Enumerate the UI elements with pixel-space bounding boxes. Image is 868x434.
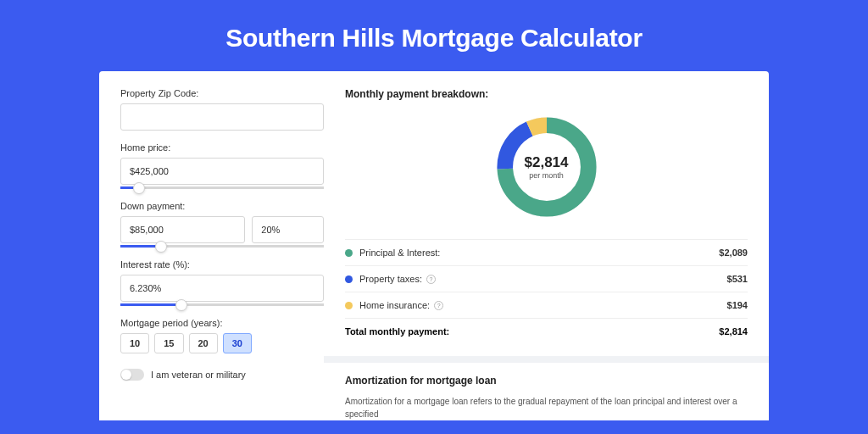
amortization-text: Amortization for a mortgage loan refers … <box>345 395 748 420</box>
breakdown-total: Total monthly payment: $2,814 <box>345 318 748 344</box>
period-button-15[interactable]: 15 <box>154 333 183 353</box>
interest-rate-input[interactable] <box>120 275 324 302</box>
home-price-input[interactable] <box>120 158 324 185</box>
home-price-slider-thumb[interactable] <box>133 182 145 194</box>
veteran-toggle-label: I am veteran or military <box>151 370 246 380</box>
down-payment-percent-input[interactable] <box>252 216 324 243</box>
amortization-section: Amortization for mortgage loan Amortizat… <box>324 356 769 420</box>
breakdown-item-value: $531 <box>727 274 748 284</box>
breakdown-column: Monthly payment breakdown: $2,814 per mo… <box>345 88 748 420</box>
help-icon[interactable]: ? <box>434 301 443 310</box>
calculator-panel: Property Zip Code: Home price: Down paym… <box>99 71 769 420</box>
zip-input[interactable] <box>120 103 324 131</box>
donut-label: per month <box>529 171 564 180</box>
breakdown-item-label: Property taxes: ? <box>359 274 727 284</box>
breakdown-item-insurance: Home insurance: ? $194 <box>345 292 748 318</box>
home-price-field-group: Home price: <box>120 142 324 189</box>
down-payment-slider[interactable] <box>120 245 324 248</box>
total-value: $2,814 <box>719 326 748 337</box>
down-payment-field-group: Down payment: <box>120 201 324 248</box>
dot-icon <box>345 302 353 309</box>
down-payment-amount-input[interactable] <box>120 216 245 243</box>
down-payment-slider-thumb[interactable] <box>155 241 167 253</box>
period-buttons: 10 15 20 30 <box>120 333 324 353</box>
mortgage-period-field-group: Mortgage period (years): 10 15 20 30 <box>120 318 324 353</box>
interest-rate-field-group: Interest rate (%): <box>120 259 324 306</box>
breakdown-item-label: Principal & Interest: <box>359 248 719 258</box>
help-icon[interactable]: ? <box>426 275 436 284</box>
zip-field-group: Property Zip Code: <box>120 88 324 131</box>
breakdown-item-label: Home insurance: ? <box>359 300 727 310</box>
breakdown-item-principal: Principal & Interest: $2,089 <box>345 239 748 265</box>
period-button-30[interactable]: 30 <box>223 333 252 353</box>
breakdown-item-taxes: Property taxes: ? $531 <box>345 265 748 292</box>
dot-icon <box>345 249 353 257</box>
home-price-label: Home price: <box>120 142 324 153</box>
form-column: Property Zip Code: Home price: Down paym… <box>120 88 324 420</box>
interest-rate-label: Interest rate (%): <box>120 259 324 270</box>
page-title: Southern Hills Mortgage Calculator <box>225 24 643 53</box>
period-button-20[interactable]: 20 <box>189 333 218 353</box>
payment-donut-chart: $2,814 per month <box>492 112 602 222</box>
breakdown-item-value: $2,089 <box>719 248 748 258</box>
veteran-toggle[interactable] <box>120 369 144 381</box>
amortization-title: Amortization for mortgage loan <box>345 375 748 387</box>
home-price-slider[interactable] <box>120 186 324 189</box>
interest-rate-slider-thumb[interactable] <box>175 299 187 311</box>
breakdown-item-value: $194 <box>727 300 748 310</box>
breakdown-title: Monthly payment breakdown: <box>345 88 748 100</box>
zip-label: Property Zip Code: <box>120 88 324 98</box>
veteran-toggle-row: I am veteran or military <box>120 369 324 381</box>
period-button-10[interactable]: 10 <box>120 333 149 353</box>
donut-amount: $2,814 <box>525 154 569 171</box>
interest-rate-slider[interactable] <box>120 303 324 306</box>
dot-icon <box>345 275 353 283</box>
down-payment-label: Down payment: <box>120 201 324 211</box>
total-label: Total monthly payment: <box>345 326 719 337</box>
mortgage-period-label: Mortgage period (years): <box>120 318 324 328</box>
